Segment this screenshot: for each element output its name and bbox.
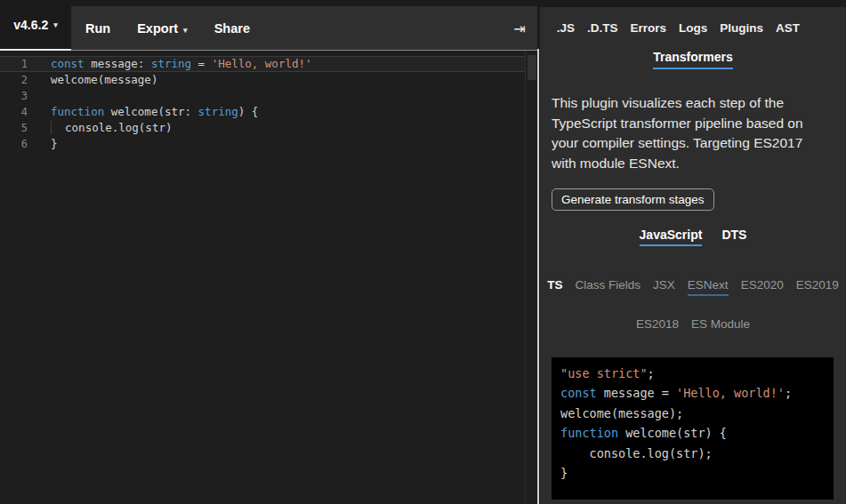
panel-top-strip: [540, 0, 846, 7]
line-code: console.log(str): [28, 120, 172, 136]
chevron-down-icon: ▾: [183, 26, 188, 35]
transform-stage-tabs-row1: TSClass FieldsJSXESNextES2020ES2019: [540, 278, 846, 296]
top-toolbar: v4.6.2 ▾ Run Export▾ Share ⇥: [0, 0, 537, 51]
editor-line: 5 console.log(str): [0, 120, 537, 136]
output-code-block: "use strict";const message = 'Hello, wor…: [552, 357, 834, 500]
code-line: }: [560, 463, 834, 483]
share-button[interactable]: Share: [214, 21, 250, 36]
line-code: const message: string = 'Hello, world!': [28, 56, 312, 72]
tab-ast[interactable]: AST: [776, 21, 800, 35]
code-line: "use strict";: [560, 364, 834, 383]
scrollbar-thumb[interactable]: [528, 55, 536, 80]
version-dropdown[interactable]: v4.6.2 ▾: [0, 0, 71, 51]
code-line: console.log(str);: [560, 444, 834, 463]
tab-errors[interactable]: Errors: [630, 21, 666, 35]
line-number: 6: [0, 136, 28, 152]
plugin-description: This plugin visualizes each step of the …: [552, 93, 818, 173]
export-dropdown[interactable]: Export▾: [137, 21, 187, 36]
stage-tab-ts[interactable]: TS: [547, 278, 562, 296]
toolbar: Run Export▾ Share ⇥: [71, 6, 537, 51]
line-number: 3: [0, 88, 28, 104]
output-format-tabs: JavaScriptDTS: [540, 228, 846, 246]
tab-plugins[interactable]: Plugins: [720, 21, 763, 35]
editor-scrollbar[interactable]: [525, 51, 537, 504]
editor-line: 1const message: string = 'Hello, world!': [0, 56, 537, 72]
line-number: 4: [0, 104, 28, 120]
tab-transformers[interactable]: Transformers: [653, 50, 732, 69]
panel-tab-bar-row2: Transformers: [540, 49, 846, 69]
line-number: 5: [0, 120, 28, 136]
tab-js[interactable]: .JS: [557, 21, 575, 35]
panel-tab-bar: .JS.D.TSErrorsLogsPluginsAST: [540, 7, 846, 35]
stage-tab-es2020[interactable]: ES2020: [741, 278, 784, 296]
code-line: function welcome(str) {: [560, 423, 834, 443]
output-tab-javascript[interactable]: JavaScript: [640, 228, 703, 246]
code-editor[interactable]: 1const message: string = 'Hello, world!'…: [0, 51, 537, 504]
export-label: Export: [137, 21, 178, 36]
chevron-down-icon: ▾: [53, 20, 58, 29]
plugin-panel: .JS.D.TSErrorsLogsPluginsAST Transformer…: [540, 0, 846, 504]
line-code: }: [28, 136, 58, 152]
version-label: v4.6.2: [13, 18, 48, 32]
line-number: 2: [0, 72, 28, 88]
generate-transform-stages-button[interactable]: Generate transform stages: [552, 188, 714, 211]
dock-right-icon[interactable]: ⇥: [514, 20, 526, 36]
transform-stage-tabs-row2: ES2018ES Module: [540, 317, 846, 335]
code-line: const message = 'Hello, world!';: [560, 383, 834, 403]
line-code: [28, 88, 51, 104]
tab-logs[interactable]: Logs: [679, 21, 707, 35]
editor-line: 4function welcome(str: string) {: [0, 104, 537, 120]
typescript-playground-window: v4.6.2 ▾ Run Export▾ Share ⇥ 1const mess…: [0, 0, 846, 504]
stage-tab-jsx[interactable]: JSX: [653, 278, 675, 296]
editor-line: 3: [0, 88, 537, 104]
stage-tab-es2018[interactable]: ES2018: [636, 317, 679, 335]
run-button[interactable]: Run: [85, 21, 110, 36]
tab-d-ts[interactable]: .D.TS: [587, 21, 618, 35]
stage-tab-class-fields[interactable]: Class Fields: [576, 278, 641, 296]
editor-line: 2welcome(message): [0, 72, 537, 88]
indent-guide: [51, 121, 65, 134]
line-code: welcome(message): [28, 72, 157, 88]
stage-tab-es-module[interactable]: ES Module: [691, 317, 750, 335]
stage-tab-esnext[interactable]: ESNext: [688, 278, 729, 296]
line-code: function welcome(str: string) {: [28, 104, 258, 120]
output-tab-dts[interactable]: DTS: [721, 228, 746, 246]
editor-pane: v4.6.2 ▾ Run Export▾ Share ⇥ 1const mess…: [0, 0, 537, 504]
code-line: welcome(message);: [560, 404, 834, 423]
stage-tab-es2019[interactable]: ES2019: [796, 278, 839, 296]
line-number: 1: [0, 56, 28, 72]
editor-line: 6}: [0, 136, 537, 152]
